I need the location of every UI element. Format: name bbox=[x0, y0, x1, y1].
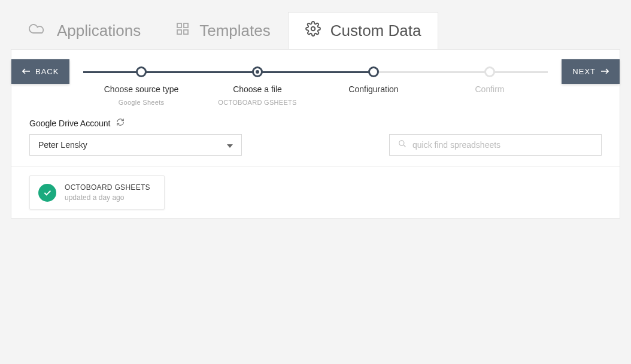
step-circle-icon bbox=[484, 66, 495, 77]
back-button[interactable]: BACK bbox=[11, 59, 69, 84]
account-field: Google Drive Account Peter Lensky bbox=[29, 118, 242, 156]
content-panel: BACK Choose source type Google Sheets Ch… bbox=[11, 49, 620, 219]
step-choose-file[interactable]: Choose a file OCTOBOARD GSHEETS bbox=[199, 66, 316, 106]
check-icon bbox=[38, 184, 56, 202]
step-sublabel: Google Sheets bbox=[119, 99, 165, 106]
tab-bar: Applications Templates Custom Data bbox=[0, 0, 631, 49]
svg-point-4 bbox=[311, 27, 315, 31]
wizard-header: BACK Choose source type Google Sheets Ch… bbox=[11, 50, 620, 114]
grid-icon bbox=[175, 22, 190, 40]
step-label: Choose source type bbox=[104, 84, 179, 94]
tab-applications[interactable]: Applications bbox=[11, 12, 158, 49]
account-select[interactable]: Peter Lensky bbox=[29, 134, 242, 156]
step-configuration[interactable]: Configuration bbox=[316, 66, 432, 106]
step-circle-icon bbox=[368, 66, 379, 77]
step-label: Choose a file bbox=[233, 84, 282, 94]
search-input[interactable] bbox=[412, 140, 593, 150]
step-label: Configuration bbox=[348, 84, 398, 94]
step-circle-icon bbox=[136, 66, 147, 77]
gear-icon bbox=[305, 21, 321, 41]
next-label: NEXT bbox=[572, 67, 596, 76]
form-row: Google Drive Account Peter Lensky bbox=[11, 114, 620, 167]
step-circle-icon bbox=[252, 66, 263, 77]
svg-rect-2 bbox=[177, 30, 181, 34]
search-box[interactable] bbox=[389, 134, 602, 156]
tab-label: Custom Data bbox=[330, 22, 421, 40]
tab-custom-data[interactable]: Custom Data bbox=[288, 12, 439, 49]
step-source-type[interactable]: Choose source type Google Sheets bbox=[83, 66, 199, 106]
cloud-icon bbox=[28, 22, 47, 40]
spreadsheet-subtitle: updated a day ago bbox=[65, 193, 150, 202]
next-button[interactable]: NEXT bbox=[562, 59, 620, 84]
tab-templates[interactable]: Templates bbox=[158, 12, 288, 49]
results-area: OCTOBOARD GSHEETS updated a day ago bbox=[11, 167, 620, 218]
svg-point-5 bbox=[399, 141, 404, 145]
search-icon bbox=[398, 139, 406, 150]
back-label: BACK bbox=[35, 67, 59, 76]
step-confirm[interactable]: Confirm bbox=[432, 66, 548, 106]
account-label: Google Drive Account bbox=[29, 119, 110, 128]
spreadsheet-card[interactable]: OCTOBOARD GSHEETS updated a day ago bbox=[29, 175, 165, 210]
svg-rect-0 bbox=[177, 23, 181, 28]
account-selected-value: Peter Lensky bbox=[38, 140, 87, 150]
stepper: Choose source type Google Sheets Choose … bbox=[83, 66, 548, 106]
refresh-icon[interactable] bbox=[116, 118, 125, 128]
tab-label: Applications bbox=[57, 22, 141, 40]
svg-rect-1 bbox=[184, 23, 188, 28]
step-label: Confirm bbox=[475, 84, 504, 94]
tab-label: Templates bbox=[199, 22, 271, 40]
chevron-down-icon bbox=[227, 140, 233, 150]
svg-rect-3 bbox=[184, 30, 188, 34]
spreadsheet-title: OCTOBOARD GSHEETS bbox=[65, 183, 150, 192]
arrow-left-icon bbox=[22, 67, 31, 76]
arrow-right-icon bbox=[600, 67, 609, 76]
step-sublabel: OCTOBOARD GSHEETS bbox=[218, 99, 296, 106]
